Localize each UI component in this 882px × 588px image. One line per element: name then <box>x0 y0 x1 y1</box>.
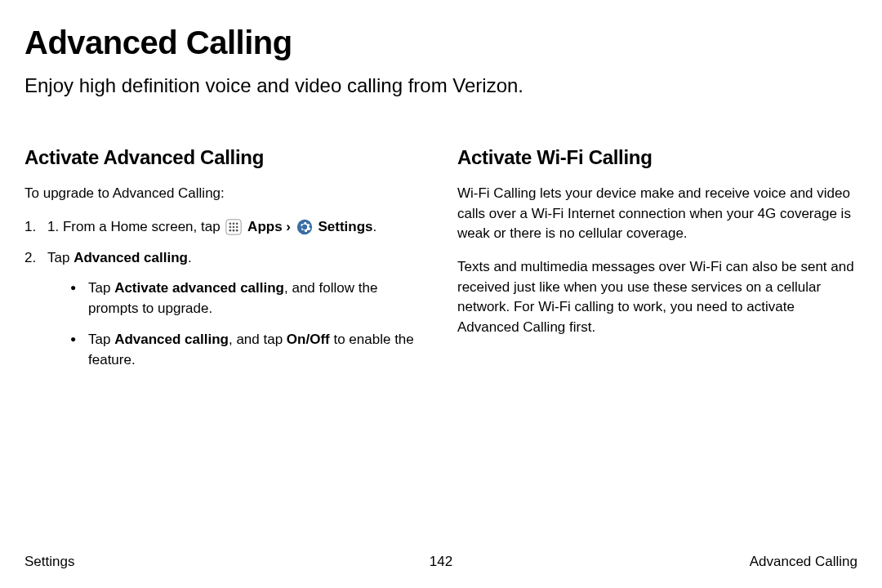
footer-left: Settings <box>24 554 74 570</box>
b2b: Advanced calling <box>114 332 229 347</box>
svg-point-8 <box>233 229 235 232</box>
step1-suffix: . <box>373 219 377 234</box>
left-column: Activate Advanced Calling To upgrade to … <box>24 146 425 381</box>
step2-bold: Advanced calling <box>74 250 188 265</box>
b2c: , and tap <box>229 332 287 347</box>
b2a: Tap <box>88 332 114 347</box>
settings-gear-icon <box>296 219 313 235</box>
svg-point-1 <box>229 223 232 225</box>
right-heading: Activate Wi-Fi Calling <box>457 146 858 169</box>
svg-point-9 <box>236 229 238 232</box>
right-p1: Wi-Fi Calling lets your device make and … <box>457 184 858 244</box>
page-subtitle: Enjoy high definition voice and video ca… <box>24 74 858 97</box>
content-columns: Activate Advanced Calling To upgrade to … <box>24 146 858 381</box>
footer-right: Advanced Calling <box>750 554 858 570</box>
apps-icon <box>225 219 242 235</box>
bullet-2: Tap Advanced calling, and tap On/Off to … <box>70 330 425 370</box>
left-intro: To upgrade to Advanced Calling: <box>24 184 425 204</box>
svg-point-2 <box>233 223 235 225</box>
svg-point-7 <box>229 229 232 232</box>
page-footer: Settings 142 Advanced Calling <box>24 554 858 570</box>
b2d: On/Off <box>287 332 330 347</box>
svg-point-10 <box>297 220 312 234</box>
right-column: Activate Wi-Fi Calling Wi-Fi Calling let… <box>457 146 858 381</box>
b1a: Tap <box>88 280 114 296</box>
page: Advanced Calling Enjoy high definition v… <box>0 0 882 588</box>
svg-point-6 <box>236 226 238 229</box>
step-1: 1. From a Home screen, tap Apps › Settin… <box>24 217 425 238</box>
sub-bullets: Tap Activate advanced calling, and follo… <box>47 278 425 371</box>
bullet-1: Tap Activate advanced calling, and follo… <box>70 278 425 318</box>
page-title: Advanced Calling <box>24 24 858 61</box>
b1b: Activate advanced calling <box>114 280 284 296</box>
apps-label: Apps <box>247 219 283 234</box>
svg-point-4 <box>229 226 232 229</box>
step1-text-prefix: 1. From a Home screen, tap <box>47 219 224 234</box>
settings-label: Settings <box>318 219 372 234</box>
step-2: Tap Advanced calling. Tap Activate advan… <box>24 248 425 370</box>
footer-page-number: 142 <box>430 554 452 570</box>
svg-point-3 <box>236 223 238 225</box>
step2-prefix: Tap <box>47 250 74 265</box>
left-heading: Activate Advanced Calling <box>24 146 425 169</box>
svg-point-5 <box>233 226 235 229</box>
right-p2: Texts and multimedia messages over Wi-Fi… <box>457 257 858 338</box>
breadcrumb-arrow: › <box>286 219 291 234</box>
steps-list: 1. From a Home screen, tap Apps › Settin… <box>24 217 425 371</box>
step2-suffix: . <box>188 250 192 265</box>
